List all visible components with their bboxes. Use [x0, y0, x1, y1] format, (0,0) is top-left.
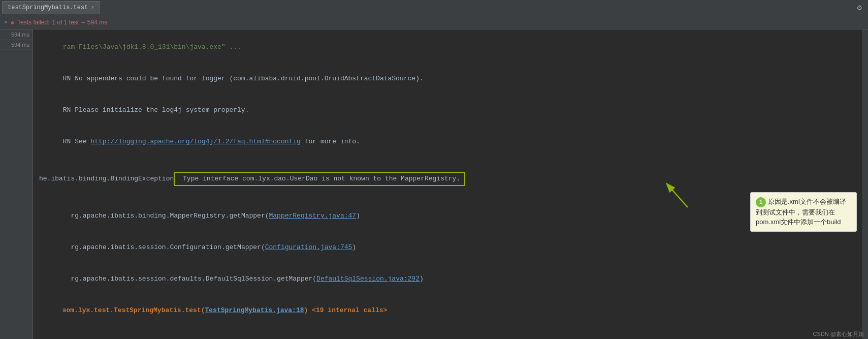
bottom-bar-text: CSDN @素心如月妞	[813, 331, 864, 337]
console-line-warn2: RN Please initialize the log4j system pr…	[33, 95, 862, 126]
test-count: 1 of 1 test	[52, 19, 79, 26]
exception-message: Type interface com.lyx.dao.UserDao is no…	[174, 172, 465, 186]
stack-link-2[interactable]: Configuration.java:745	[265, 243, 352, 251]
stack-line-2: rg.apache.ibatis.session.Configuration.g…	[33, 232, 862, 263]
command-text: ram Files\Java\jdk1.8.0_131\bin\java.exe…	[63, 43, 241, 51]
stack-suffix-1: )	[356, 212, 360, 220]
tab-close-button[interactable]: ×	[91, 5, 94, 11]
tooltip-box: 1原因是.xml文件不会被编译到测试文件中，需要我们在pom.xml文件中添加一…	[750, 192, 857, 232]
tab-bar: testSpringMybatis.test × ⚙	[0, 0, 868, 15]
tooltip-text: 原因是.xml文件不会被编译到测试文件中，需要我们在pom.xml文件中添加一个…	[756, 198, 846, 226]
warn-text-2: RN Please initialize the log4j system pr…	[63, 106, 249, 114]
timing-entry-1: 594 ms	[0, 29, 33, 40]
right-scrollbar[interactable]	[862, 29, 868, 339]
stack-prefix-2: rg.apache.ibatis.session.Configuration.g…	[63, 243, 265, 251]
stack-suffix-3: )	[420, 275, 424, 283]
timing-entry-2: 594 ms	[0, 40, 33, 50]
exception-prefix: he.ibatis.binding.BindingException	[39, 174, 174, 184]
timing-value-2: 594 ms	[11, 42, 29, 48]
test-duration: 594 ms	[87, 19, 107, 26]
test-status-badge: ● Tests failed: 1 of 1 test – 594 ms	[11, 18, 108, 26]
tooltip-circle: 1	[756, 197, 766, 207]
settings-gear-icon[interactable]: ⚙	[857, 3, 866, 13]
test-status-label: Tests failed:	[17, 19, 49, 26]
svg-line-1	[667, 184, 688, 207]
stack-line-main: ⊞om.lyx.test.TestSpringMybatis.test(Test…	[33, 295, 862, 326]
green-arrow-indicator	[657, 179, 698, 212]
console-line-log4j: RN See http://logging.apache.org/log4j/1…	[33, 126, 862, 158]
stack-suffix-2: )	[352, 243, 356, 251]
warn-text-1: RN No appenders could be found for logge…	[63, 75, 424, 82]
stack-main-prefix: om.lyx.test.TestSpringMybatis.test(	[66, 306, 205, 314]
fail-icon: ●	[11, 18, 15, 26]
console-area[interactable]: ram Files\Java\jdk1.8.0_131\bin\java.exe…	[33, 29, 862, 339]
stack-main-suffix: ) <19 internal calls>	[304, 306, 388, 314]
log4j-prefix: RN See	[63, 138, 91, 145]
stack-line-3: rg.apache.ibatis.session.defaults.Defaul…	[33, 263, 862, 295]
timing-column: 594 ms 594 ms	[0, 29, 33, 339]
bottom-bar: CSDN @素心如月妞	[809, 329, 868, 339]
toolbar: » ● Tests failed: 1 of 1 test – 594 ms	[0, 15, 868, 29]
stack-line-4: om.intellij.rt.junit.IdeaTestRunner$Repe…	[33, 326, 862, 339]
log4j-link[interactable]: http://logging.apache.org/log4j/1.2/faq.…	[90, 138, 300, 145]
test-separator: –	[81, 19, 85, 26]
log4j-after: for more info.	[301, 138, 360, 145]
stack-prefix-1: rg.apache.ibatis.binding.MapperRegistry.…	[63, 212, 269, 220]
console-blank-2	[33, 189, 862, 200]
stack-link-main[interactable]: TestSpringMybatis.java:18	[205, 306, 304, 314]
stack-prefix-3: rg.apache.ibatis.session.defaults.Defaul…	[63, 275, 316, 283]
toolbar-arrows[interactable]: »	[4, 19, 8, 25]
console-line-command: ram Files\Java\jdk1.8.0_131\bin\java.exe…	[33, 32, 862, 63]
main-layout: 594 ms 594 ms ram Files\Java\jdk1.8.0_13…	[0, 29, 868, 339]
stack-link-1[interactable]: MapperRegistry.java:47	[269, 212, 357, 220]
tab-title: testSpringMybatis.test	[8, 4, 88, 11]
console-line-warn1: RN No appenders could be found for logge…	[33, 63, 862, 95]
stack-line-1: rg.apache.ibatis.binding.MapperRegistry.…	[33, 200, 862, 232]
timing-value-1: 594 ms	[11, 32, 29, 38]
stack-link-3[interactable]: DefaultSqlSession.java:292	[316, 275, 420, 283]
test-tab[interactable]: testSpringMybatis.test ×	[2, 1, 100, 14]
console-blank-1	[33, 158, 862, 169]
exception-box: he.ibatis.binding.BindingException Type …	[39, 172, 856, 186]
